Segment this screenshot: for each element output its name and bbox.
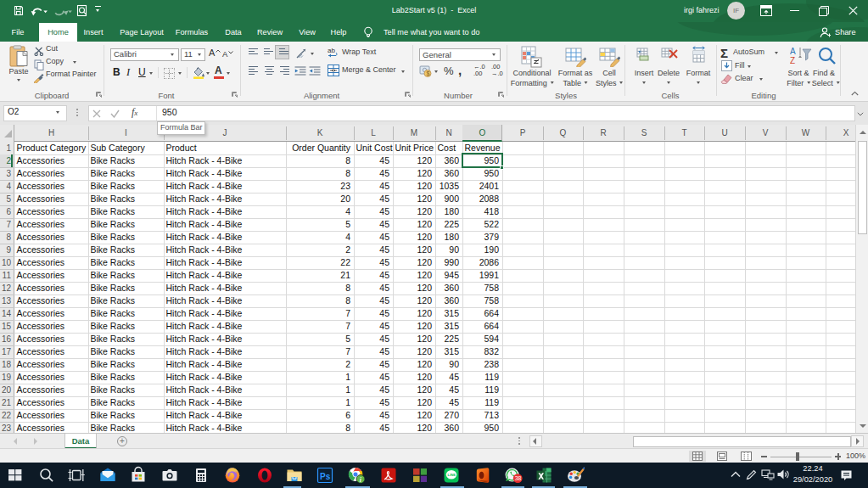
svg-text:A: A bbox=[790, 47, 796, 56]
svg-text:LINE: LINE bbox=[448, 473, 456, 477]
svg-text:$: $ bbox=[426, 70, 429, 76]
svg-text:38: 38 bbox=[515, 475, 522, 481]
svg-text:ab: ab bbox=[328, 47, 335, 54]
svg-text:Z: Z bbox=[790, 56, 795, 65]
svg-text:Ps: Ps bbox=[320, 472, 331, 481]
